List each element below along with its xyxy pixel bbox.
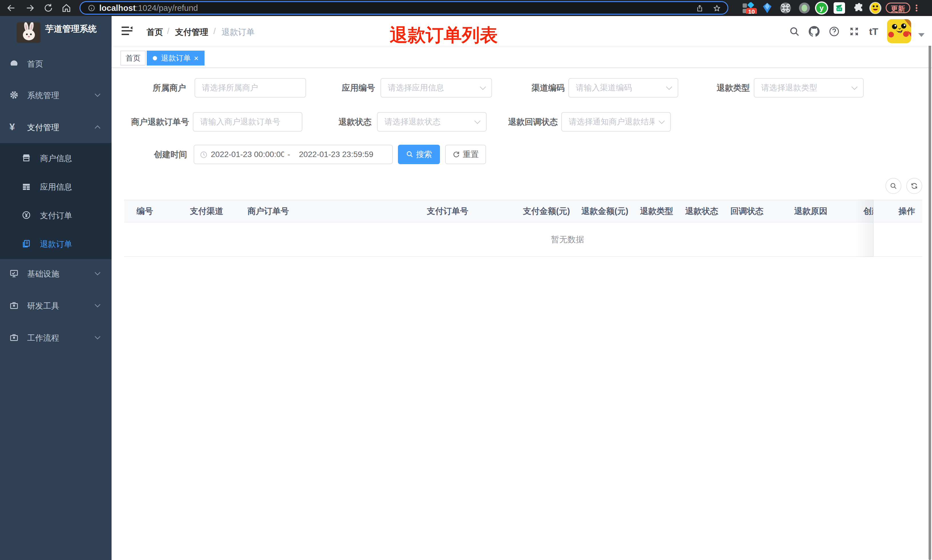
extension-tabs-icon[interactable]: 10 [742,2,757,14]
sidebar-item-home[interactable]: 首页 [0,55,112,72]
sidebar-item-dev-tools[interactable]: 研发工具 [0,297,112,314]
refund-type-select[interactable]: 请选择退款类型 [754,78,864,97]
filter-label-create-time: 创建时间 [113,145,187,164]
page-scrollbar[interactable] [929,16,931,560]
coin-yen-icon [22,211,31,220]
tag-home[interactable]: 首页 [120,51,146,66]
reset-button-label: 重置 [463,150,479,159]
search-button[interactable]: 搜索 [398,145,440,164]
sidebar-item-label: 基础设施 [27,269,59,279]
sidebar-item-infrastructure[interactable]: 基础设施 [0,265,112,282]
merchant-select[interactable]: 请选择所属商户 [195,78,306,97]
sidebar-item-app-info[interactable]: 应用信息 [0,178,112,195]
app-select[interactable]: 请选择应用信息 [380,78,492,97]
main-area: 首页 / 支付管理 / 退款订单 退款订单列表 tT [112,16,932,560]
browser-menu-icon[interactable] [915,4,918,12]
fullscreen-icon[interactable] [849,26,860,37]
sidebar-item-merchant-info[interactable]: 商户信息 [0,149,112,166]
col-refund-reason: 退款原因 [794,200,827,222]
browser-refresh-button[interactable] [43,3,53,13]
extension-command-icon[interactable] [780,2,791,14]
caret-down-icon[interactable] [918,33,924,37]
browser-back-button[interactable] [6,3,16,13]
app-title: 芋道管理系统 [45,23,97,35]
grid-icon [22,182,31,191]
font-size-icon[interactable]: tT [867,26,880,37]
github-icon[interactable] [809,26,820,37]
browser-forward-button[interactable] [25,3,35,13]
placeholder: 请选择所属商户 [202,78,258,97]
sidebar-item-label: 首页 [27,58,43,69]
refresh-icon [452,151,460,158]
chevron-down-icon [658,120,665,124]
sidebar-item-label: 工作流程 [27,332,59,343]
refund-status-select[interactable]: 请选择退款状态 [377,112,487,132]
shop-icon [22,153,31,162]
profile-smiley-avatar[interactable] [869,2,882,14]
url-bar[interactable]: localhost:1024/pay/refund [80,1,728,15]
placeholder: 请输入商户退款订单号 [200,113,280,131]
sidebar-item-refund-order[interactable]: 退款订单 [0,235,112,252]
chevron-down-icon [94,336,101,340]
fixed-column-divider [873,200,874,257]
table-header: 编号 支付渠道 商户订单号 支付订单号 支付金额(元) 退款金额(元) 退款类型… [124,200,922,223]
search-icon[interactable] [789,26,800,37]
svg-text:10: 10 [748,8,755,14]
svg-text:y: y [820,4,824,12]
top-navbar: 首页 / 支付管理 / 退款订单 退款订单列表 tT [112,16,932,46]
merchant-refund-no-input[interactable]: 请输入商户退款订单号 [193,112,302,132]
extension-y-icon[interactable]: y [815,1,829,15]
placeholder: 请选择通知商户退款结果的回调状态 [569,113,655,131]
chevron-down-icon [94,93,101,97]
create-time-range-picker[interactable]: 2022-01-23 00:00:00 - 2022-01-23 23:59:5… [194,145,393,164]
refresh-table-button[interactable] [906,178,922,194]
search-icon [406,151,414,158]
col-pay-amount: 支付金额(元) [523,200,570,222]
extension-chat-icon[interactable] [834,2,845,14]
url-path: :1024/pay/refund [135,3,198,12]
browser-home-button[interactable] [62,3,71,13]
sidebar-item-label: 退款订单 [40,239,72,250]
placeholder: 请选择应用信息 [388,78,444,97]
user-avatar[interactable] [887,19,911,43]
col-merchant-order-no: 商户订单号 [248,200,289,222]
chevron-down-icon [851,86,858,90]
extension-gem-icon[interactable] [762,2,772,14]
filter-label-channel: 渠道编码 [490,78,565,97]
sidebar-item-system[interactable]: 系统管理 [0,86,112,103]
chevron-down-icon [474,120,481,124]
site-info-icon[interactable] [88,4,95,12]
placeholder: 请选择退款状态 [384,113,441,131]
col-pay-order-no: 支付订单号 [427,200,468,222]
bookmark-star-icon[interactable] [713,5,721,12]
dashboard-icon [9,59,18,68]
reset-button[interactable]: 重置 [445,145,486,164]
end-date-value[interactable]: 2022-01-23 23:59:59 [299,145,374,164]
sidebar-item-workflow[interactable]: 工作流程 [0,329,112,346]
breadcrumb-home[interactable]: 首页 [146,26,163,38]
page-title: 退款订单列表 [390,23,498,48]
tag-refund-order[interactable]: 退款订单 [147,51,205,66]
breadcrumb-pay[interactable]: 支付管理 [175,26,208,38]
app-logo[interactable] [17,22,41,43]
sidebar-item-pay[interactable]: ¥ 支付管理 [0,118,112,135]
sidebar-item-pay-order[interactable]: 支付订单 [0,206,112,224]
browser-update-button[interactable]: 更新 [886,3,910,13]
filter-label-merchant-refund-no: 商户退款订单号 [115,112,189,132]
filter-label-merchant: 所属商户 [112,78,186,97]
sidebar-item-label: 应用信息 [40,182,72,192]
show-search-toggle-button[interactable] [885,178,901,194]
sidebar-collapse-icon[interactable] [121,26,132,35]
extensions-puzzle-icon[interactable] [854,3,864,14]
empty-text: 暂无数据 [551,223,584,256]
extension-orb-icon[interactable] [799,2,810,14]
channel-select[interactable]: 请输入渠道编码 [568,78,678,97]
share-icon[interactable] [696,5,703,12]
start-date-value[interactable]: 2022-01-23 00:00:00 [211,145,284,164]
close-icon[interactable] [193,55,199,62]
notify-status-select[interactable]: 请选择通知商户退款结果的回调状态 [561,112,671,132]
breadcrumb-current: 退款订单 [221,26,255,38]
url-host: localhost [99,3,135,12]
chevron-down-icon [94,304,101,308]
help-icon[interactable] [829,26,840,37]
